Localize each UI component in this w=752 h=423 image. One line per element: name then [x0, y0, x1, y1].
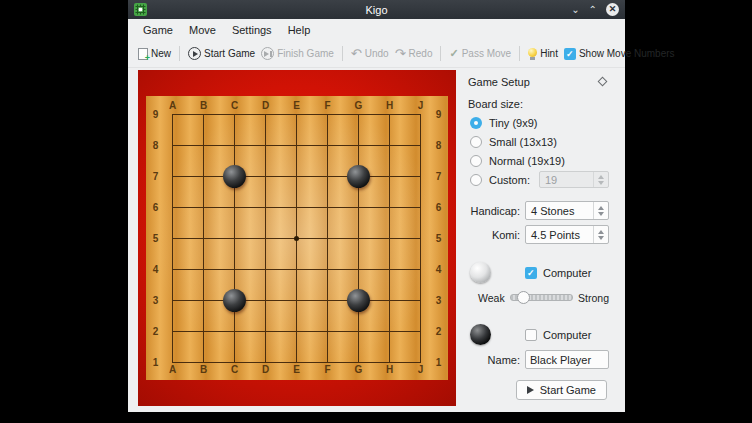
show-move-numbers-toggle[interactable]: Show Move Numbers: [561, 46, 678, 62]
play-icon: [527, 386, 534, 394]
start-game-label: Start Game: [204, 48, 255, 59]
board-coord-number: 8: [149, 140, 162, 151]
start-game-panel-button[interactable]: Start Game: [516, 380, 607, 400]
komi-combobox[interactable]: 4.5 Points: [525, 225, 609, 244]
board-coord-letter: G: [349, 364, 369, 375]
undo-button[interactable]: ↶ Undo: [348, 45, 392, 62]
menu-game[interactable]: Game: [135, 22, 181, 38]
redo-icon: ↷: [395, 47, 406, 60]
close-icon[interactable]: ✕: [606, 3, 619, 16]
menu-settings[interactable]: Settings: [224, 22, 280, 38]
board-coord-letter: C: [225, 100, 245, 111]
board-coord-letter: F: [318, 100, 338, 111]
radio-tiny-label: Tiny (9x9): [489, 117, 538, 129]
menubar: Game Move Settings Help: [128, 19, 625, 40]
pass-move-button[interactable]: ✓ Pass Move: [446, 45, 514, 62]
hint-button[interactable]: Hint: [525, 46, 561, 61]
undo-icon: ↶: [351, 47, 362, 60]
slider-handle[interactable]: [517, 291, 530, 304]
board-coord-number: 1: [149, 357, 162, 368]
finish-game-button[interactable]: Finish Game: [258, 45, 337, 62]
black-stone[interactable]: [223, 289, 246, 312]
board-coord-letter: H: [380, 364, 400, 375]
board-coord-letter: F: [318, 364, 338, 375]
strong-label: Strong: [578, 292, 609, 304]
radio-custom[interactable]: Custom: 19: [468, 170, 609, 189]
board-coord-letter: D: [256, 100, 276, 111]
board-coord-number: 3: [149, 295, 162, 306]
black-stone[interactable]: [347, 165, 370, 188]
radio-icon-small[interactable]: [470, 136, 482, 148]
board-coord-number: 4: [149, 264, 162, 275]
board-coord-number: 3: [432, 295, 445, 306]
weak-label: Weak: [478, 292, 505, 304]
black-stone[interactable]: [223, 165, 246, 188]
radio-small[interactable]: Small (13x13): [468, 132, 609, 151]
hint-label: Hint: [540, 48, 558, 59]
maximize-icon[interactable]: ⌃: [589, 5, 597, 15]
board-coord-letter: E: [287, 100, 307, 111]
toolbar-separator: [342, 46, 343, 61]
handicap-value: 4 Stones: [531, 205, 574, 217]
board-coord-letter: J: [411, 364, 431, 375]
toolbar-separator: [179, 46, 180, 61]
board-coord-number: 8: [432, 140, 445, 151]
handicap-combobox[interactable]: 4 Stones: [525, 201, 609, 220]
strength-slider-row: Weak Strong: [468, 291, 609, 304]
radio-small-label: Small (13x13): [489, 136, 557, 148]
show-move-numbers-checkbox[interactable]: [564, 48, 576, 60]
new-button[interactable]: New: [135, 46, 174, 62]
go-board-wood[interactable]: AABBCCDDEEFFGGHHJJ998877665544332211: [146, 96, 448, 380]
komi-row: Komi: 4.5 Points: [468, 225, 609, 244]
board-coord-number: 4: [432, 264, 445, 275]
board-coord-number: 2: [432, 326, 445, 337]
minimize-icon[interactable]: ⌄: [571, 5, 579, 15]
board-coord-number: 2: [149, 326, 162, 337]
radio-tiny[interactable]: Tiny (9x9): [468, 113, 609, 132]
strength-slider[interactable]: [510, 291, 573, 304]
radio-icon-tiny[interactable]: [470, 117, 482, 129]
board-coord-letter: G: [349, 100, 369, 111]
black-player-name-input[interactable]: [525, 350, 609, 369]
spinner-arrows-icon[interactable]: [593, 172, 608, 187]
radio-icon-custom[interactable]: [470, 174, 482, 186]
game-setup-panel: Game Setup Board size: Tiny (9x9) Small …: [460, 70, 615, 406]
komi-value: 4.5 Points: [531, 229, 580, 241]
undo-label: Undo: [365, 48, 389, 59]
white-computer-checkbox[interactable]: [525, 267, 537, 279]
board-coord-letter: A: [163, 100, 183, 111]
black-stone[interactable]: [347, 289, 370, 312]
main-content: AABBCCDDEEFFGGHHJJ998877665544332211 Gam…: [128, 68, 625, 412]
board-coord-number: 6: [149, 202, 162, 213]
window-title: Kigo: [128, 4, 625, 16]
checkmark-icon: ✓: [449, 47, 458, 60]
start-game-button[interactable]: Start Game: [185, 45, 258, 62]
play-circle-icon: [188, 47, 201, 60]
board-coord-letter: A: [163, 364, 183, 375]
board-coord-number: 6: [432, 202, 445, 213]
black-player-row: Computer: [468, 324, 609, 345]
radio-normal[interactable]: Normal (19x19): [468, 151, 609, 170]
board-coord-letter: C: [225, 364, 245, 375]
dock-float-icon[interactable]: [598, 77, 608, 87]
radio-icon-normal[interactable]: [470, 155, 482, 167]
black-computer-label: Computer: [543, 329, 591, 341]
komi-label: Komi:: [468, 229, 520, 241]
redo-button[interactable]: ↷ Redo: [392, 45, 436, 62]
titlebar[interactable]: Kigo ⌄ ⌃ ✕: [128, 0, 625, 19]
handicap-row: Handicap: 4 Stones: [468, 201, 609, 220]
spinner-arrows-icon[interactable]: [593, 202, 608, 219]
radio-custom-label: Custom:: [489, 174, 530, 186]
board-coord-number: 7: [149, 171, 162, 182]
menu-help[interactable]: Help: [280, 22, 319, 38]
redo-label: Redo: [409, 48, 433, 59]
start-game-button-label: Start Game: [540, 384, 596, 396]
board-coord-letter: B: [194, 100, 214, 111]
white-stone-image: [470, 262, 491, 283]
black-computer-checkbox[interactable]: [525, 329, 537, 341]
name-row: Name:: [468, 350, 609, 369]
spinner-arrows-icon[interactable]: [593, 226, 608, 243]
menu-move[interactable]: Move: [181, 22, 224, 38]
custom-size-spinbox[interactable]: 19: [539, 171, 609, 188]
show-move-numbers-label: Show Move Numbers: [579, 48, 675, 59]
